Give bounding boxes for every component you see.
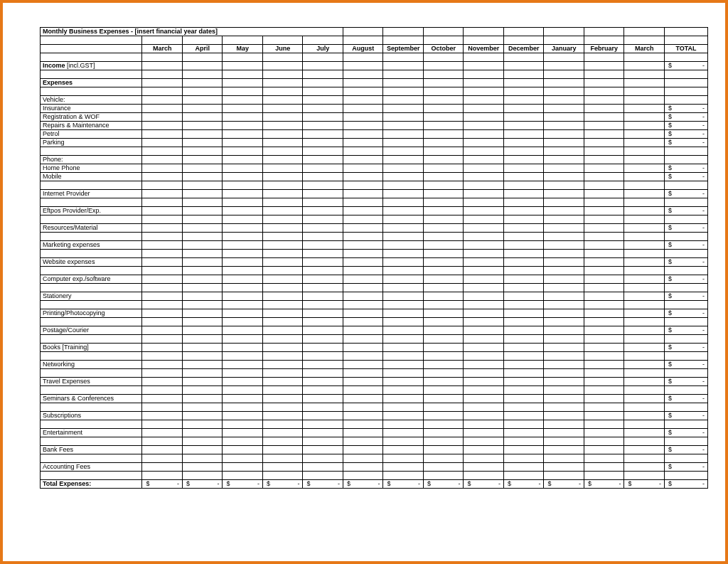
cell[interactable]	[503, 70, 544, 79]
cell[interactable]	[383, 437, 424, 446]
cell[interactable]	[503, 87, 544, 96]
expense-cell[interactable]	[423, 139, 464, 147]
expense-cell[interactable]	[182, 113, 223, 122]
expense-cell[interactable]	[544, 190, 584, 198]
expense-cell[interactable]	[584, 130, 624, 139]
expense-cell[interactable]	[142, 275, 183, 284]
cell[interactable]	[182, 70, 223, 79]
cell[interactable]	[503, 267, 544, 275]
expense-cell[interactable]	[343, 412, 383, 420]
expense-cell[interactable]	[303, 395, 343, 403]
expense-cell[interactable]	[182, 326, 223, 335]
cell[interactable]	[223, 318, 263, 326]
expense-cell[interactable]	[343, 156, 383, 164]
expense-cell[interactable]	[223, 395, 263, 403]
expense-cell[interactable]	[223, 446, 263, 454]
cell[interactable]	[664, 216, 707, 224]
expense-cell[interactable]	[182, 309, 223, 318]
expense-cell[interactable]	[624, 105, 665, 113]
expense-cell[interactable]	[464, 361, 504, 369]
expense-cell[interactable]	[544, 361, 584, 369]
expense-cell[interactable]	[303, 275, 343, 284]
expense-cell[interactable]	[343, 344, 383, 352]
expense-cell[interactable]	[584, 156, 624, 164]
cell[interactable]	[223, 53, 263, 62]
cell[interactable]	[464, 472, 504, 480]
cell[interactable]	[262, 386, 303, 395]
expense-cell[interactable]	[423, 292, 464, 301]
expense-cell[interactable]	[262, 378, 303, 386]
cell[interactable]	[223, 352, 263, 361]
cell[interactable]	[464, 181, 504, 190]
expense-cell[interactable]	[423, 258, 464, 267]
expense-cell[interactable]	[423, 344, 464, 352]
cell[interactable]	[664, 36, 707, 45]
expense-cell[interactable]	[223, 429, 263, 437]
cell[interactable]	[464, 301, 504, 309]
expense-cell[interactable]	[503, 156, 544, 164]
income-cell-3[interactable]	[262, 62, 303, 70]
cell[interactable]	[41, 233, 142, 241]
cell[interactable]	[303, 250, 343, 258]
cell[interactable]	[464, 233, 504, 241]
cell[interactable]	[142, 454, 183, 463]
cell[interactable]	[584, 420, 624, 429]
expense-cell[interactable]	[624, 429, 665, 437]
cell[interactable]	[664, 386, 707, 395]
cell[interactable]	[664, 96, 707, 105]
expense-cell[interactable]	[544, 122, 584, 130]
cell[interactable]	[182, 79, 223, 87]
expense-cell[interactable]	[303, 361, 343, 369]
cell[interactable]	[41, 454, 142, 463]
expense-cell[interactable]	[303, 292, 343, 301]
cell[interactable]	[664, 181, 707, 190]
expense-cell[interactable]	[343, 446, 383, 454]
cell[interactable]	[142, 36, 183, 45]
expense-cell[interactable]	[262, 309, 303, 318]
cell[interactable]	[343, 454, 383, 463]
cell[interactable]	[303, 472, 343, 480]
expense-cell[interactable]	[584, 378, 624, 386]
cell[interactable]	[664, 472, 707, 480]
expense-cell[interactable]	[464, 207, 504, 216]
cell[interactable]	[383, 335, 424, 344]
expense-cell[interactable]	[503, 224, 544, 233]
cell[interactable]	[544, 147, 584, 156]
cell[interactable]	[182, 36, 223, 45]
cell[interactable]	[664, 369, 707, 378]
expense-cell[interactable]	[223, 122, 263, 130]
expense-cell[interactable]	[383, 139, 424, 147]
cell[interactable]	[423, 70, 464, 79]
expense-cell[interactable]	[423, 164, 464, 173]
cell[interactable]	[584, 216, 624, 224]
expense-cell[interactable]	[182, 275, 223, 284]
cell[interactable]	[303, 216, 343, 224]
expense-cell[interactable]	[142, 309, 183, 318]
cell[interactable]	[142, 369, 183, 378]
expense-cell[interactable]	[223, 173, 263, 181]
expense-cell[interactable]	[262, 463, 303, 472]
cell[interactable]	[343, 250, 383, 258]
cell[interactable]	[584, 369, 624, 378]
expense-cell[interactable]	[262, 395, 303, 403]
expense-cell[interactable]	[584, 258, 624, 267]
expense-cell[interactable]	[182, 164, 223, 173]
cell[interactable]	[423, 250, 464, 258]
cell[interactable]	[624, 284, 665, 292]
cell[interactable]	[664, 318, 707, 326]
cell[interactable]	[423, 301, 464, 309]
cell[interactable]	[544, 335, 584, 344]
cell[interactable]	[383, 369, 424, 378]
cell[interactable]	[624, 267, 665, 275]
cell[interactable]	[464, 420, 504, 429]
cell[interactable]	[343, 198, 383, 207]
cell[interactable]	[182, 386, 223, 395]
expense-cell[interactable]	[464, 275, 504, 284]
expense-cell[interactable]	[383, 207, 424, 216]
expense-cell[interactable]	[383, 164, 424, 173]
cell[interactable]	[223, 36, 263, 45]
cell[interactable]	[142, 403, 183, 412]
cell[interactable]	[584, 318, 624, 326]
expense-cell[interactable]	[182, 463, 223, 472]
expense-cell[interactable]	[142, 105, 183, 113]
